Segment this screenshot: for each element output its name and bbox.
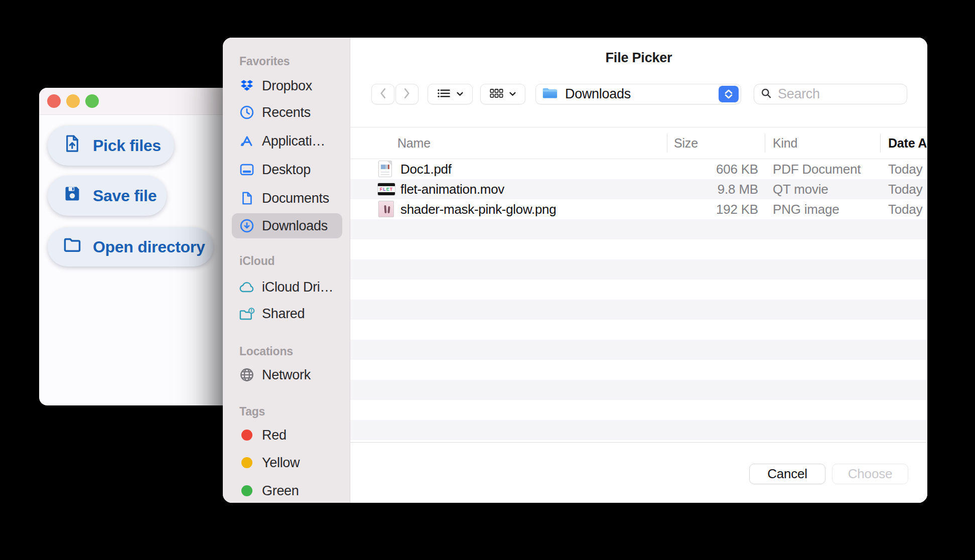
column-header-size[interactable]: Size (674, 136, 698, 151)
chevron-right-icon (403, 88, 410, 100)
sidebar-section-locations: Locations (239, 345, 293, 358)
choose-button[interactable]: Choose (832, 464, 908, 484)
sidebar-item-label: Shared (262, 306, 305, 322)
file-row-shader-mask-png[interactable]: shader-mask-pink-glow.png 192 KB PNG ima… (350, 199, 927, 219)
movie-file-icon: FLET (377, 183, 395, 196)
close-window-button[interactable] (47, 94, 61, 108)
sidebar-item-dropbox[interactable]: Dropbox (232, 73, 342, 98)
column-divider (880, 133, 881, 153)
dropbox-icon (238, 77, 255, 94)
desktop-background: Pick files Save file Open directory (0, 0, 975, 560)
fullscreen-window-button[interactable] (85, 94, 99, 108)
file-row-flet-animation-mov[interactable]: FLET flet-animation.mov 9.8 MB QT movie … (350, 179, 927, 199)
list-view-dropdown[interactable] (428, 84, 473, 104)
current-folder-dropdown[interactable]: Downloads (535, 84, 741, 104)
sidebar-item-tag-yellow[interactable]: Yellow (232, 450, 342, 475)
dialog-footer: Cancel Choose (350, 442, 927, 503)
minimize-window-button[interactable] (66, 94, 80, 108)
chevron-down-icon (509, 90, 516, 98)
file-upload-icon (63, 134, 82, 157)
updown-chevrons-icon (719, 86, 739, 102)
sidebar-item-desktop[interactable]: Desktop (232, 157, 342, 182)
app-store-icon (238, 132, 255, 150)
chevron-down-icon (457, 90, 463, 98)
sidebar-item-label: Documents (262, 191, 329, 206)
desktop-icon (238, 161, 255, 178)
clock-icon (238, 104, 255, 121)
globe-icon (238, 366, 255, 383)
sidebar-item-label: Network (262, 367, 311, 383)
sidebar-item-icloud-drive[interactable]: iCloud Dri… (232, 274, 342, 300)
app-window-titlebar (39, 88, 232, 115)
sidebar-item-documents[interactable]: Documents (232, 186, 342, 211)
sidebar-item-tag-red[interactable]: Red (232, 423, 342, 448)
yellow-tag-icon (238, 454, 255, 471)
sidebar-item-tag-green[interactable]: Green (232, 478, 342, 503)
sidebar-item-label: Dropbox (262, 78, 312, 94)
app-window: Pick files Save file Open directory (39, 88, 232, 405)
list-view-icon (437, 89, 451, 99)
image-file-icon (378, 201, 394, 217)
column-header-kind[interactable]: Kind (773, 136, 797, 151)
dialog-content: File Picker (350, 38, 927, 503)
save-file-button[interactable]: Save file (48, 176, 167, 216)
sidebar-section-favorites: Favorites (239, 55, 290, 68)
cancel-button[interactable]: Cancel (749, 464, 825, 484)
download-circle-icon (238, 217, 255, 234)
back-button[interactable] (371, 84, 394, 104)
dialog-title: File Picker (350, 50, 927, 66)
grid-view-icon (490, 89, 503, 99)
save-file-label: Save file (93, 187, 157, 205)
sidebar: Favorites Dropbox Recents (223, 38, 350, 503)
file-list: Doc1.pdf 606 KB PDF Document Today FLET … (350, 159, 927, 440)
sidebar-item-label: Yellow (262, 455, 300, 471)
column-divider (765, 133, 765, 153)
sidebar-section-icloud: iCloud (239, 254, 274, 267)
sidebar-item-label: Recents (262, 105, 311, 120)
open-directory-label: Open directory (93, 238, 205, 256)
sidebar-item-label: Red (262, 428, 287, 443)
shared-folder-icon (238, 305, 255, 322)
red-tag-icon (238, 427, 255, 444)
sidebar-item-shared[interactable]: Shared (232, 301, 342, 326)
search-input[interactable] (777, 86, 887, 102)
chevron-left-icon (379, 88, 386, 100)
sidebar-item-label: iCloud Dri… (262, 279, 333, 295)
current-folder-label: Downloads (565, 86, 631, 102)
blue-folder-icon (542, 87, 558, 101)
pick-files-button[interactable]: Pick files (48, 125, 174, 166)
sidebar-item-label: Green (262, 483, 299, 499)
sidebar-item-recents[interactable]: Recents (232, 100, 342, 125)
open-directory-button[interactable]: Open directory (48, 227, 213, 266)
cloud-icon (238, 278, 255, 296)
search-icon (761, 88, 772, 101)
sidebar-item-network[interactable]: Network (232, 362, 342, 387)
column-divider (667, 133, 667, 153)
forward-button[interactable] (395, 84, 419, 104)
save-icon (63, 184, 82, 207)
sidebar-item-applications[interactable]: Applicati… (232, 128, 342, 154)
sidebar-section-tags: Tags (239, 405, 265, 418)
table-header: Name Size Kind Date Added (350, 127, 927, 159)
document-icon (238, 190, 255, 207)
folder-icon (63, 235, 82, 258)
green-tag-icon (238, 482, 255, 499)
sidebar-item-label: Desktop (262, 162, 311, 178)
sidebar-item-label: Applicati… (262, 133, 325, 149)
sidebar-item-label: Downloads (262, 218, 328, 234)
pdf-file-icon (378, 161, 392, 177)
file-picker-dialog: Favorites Dropbox Recents (223, 38, 927, 503)
column-header-name[interactable]: Name (397, 136, 431, 151)
column-header-date-added[interactable]: Date Added (888, 136, 927, 151)
sidebar-item-downloads[interactable]: Downloads (232, 213, 342, 238)
file-row-doc1-pdf[interactable]: Doc1.pdf 606 KB PDF Document Today (350, 159, 927, 179)
pick-files-label: Pick files (93, 136, 161, 155)
grid-view-dropdown[interactable] (480, 84, 525, 104)
search-field[interactable] (754, 84, 907, 104)
